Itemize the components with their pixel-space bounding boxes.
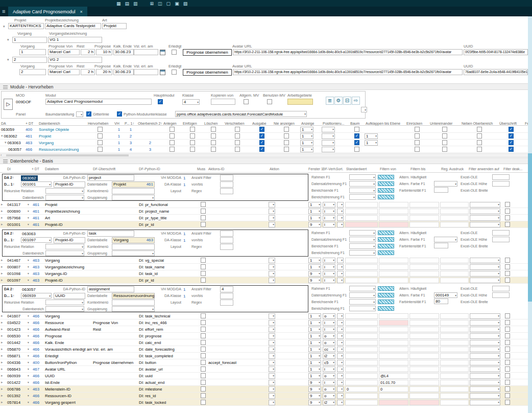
baum-checkbox[interactable]: ✓ [354, 133, 359, 139]
di-value[interactable]: 004336 [6, 359, 27, 366]
df-python-id-value[interactable]: DI: pr_functional [138, 201, 199, 208]
filter-deaktiviert-checkbox[interactable] [505, 386, 510, 392]
sort-dropdown[interactable]: ▾ [337, 347, 344, 352]
module-section-header[interactable]: Module - Hervorheben [0, 83, 532, 90]
di-value[interactable]: 000690 [6, 208, 27, 215]
filtern-von-cell[interactable] [379, 271, 408, 277]
muss-checkbox[interactable] [201, 360, 206, 365]
hervorheben-checkbox[interactable] [98, 140, 103, 145]
df-python-id-value[interactable]: DI: date_forecasting [138, 346, 199, 353]
prognose-field[interactable]: 20 h [96, 69, 112, 75]
loeschen-checkbox[interactable] [211, 127, 216, 132]
dt-value[interactable]: 466 [32, 326, 44, 333]
datenbereich-name[interactable]: Vorgang [38, 140, 87, 146]
vorgang-field[interactable]: 2 [19, 69, 46, 75]
format-color-swatch[interactable] [378, 306, 394, 311]
sort-dropdown[interactable]: ▾ [337, 327, 344, 332]
einruecken-checkbox[interactable] [415, 140, 420, 145]
chevron-down-icon[interactable]: ▾ [27, 208, 32, 215]
settings-gear-icon[interactable]: ⚙ [334, 97, 343, 105]
di-value[interactable]: 006530 [6, 333, 27, 339]
allgem-mv-checkbox[interactable] [244, 99, 249, 104]
da-number[interactable]: 063063 [22, 232, 36, 236]
anzeige-dropdown[interactable]: 1▾ [300, 127, 313, 132]
filtern-von-cell[interactable] [379, 215, 408, 221]
aktion-dropdown[interactable]: ▾ [269, 327, 275, 332]
bereichsende-f1-dropdown[interactable]: ▾ [349, 188, 376, 193]
reg-ausdruck-cell[interactable] [440, 271, 469, 277]
kalk-ende-field[interactable]: 30.06.23 [113, 69, 134, 75]
format-color-swatch[interactable] [378, 231, 394, 235]
loeschen-checkbox[interactable] [211, 133, 216, 139]
aktions-id-value[interactable] [207, 399, 269, 406]
datensatztrennung-f1-dropdown[interactable]: ▾ [349, 292, 376, 298]
aktion-dropdown[interactable]: ▾ [269, 215, 275, 221]
format-color-swatch[interactable] [378, 188, 394, 193]
filter-anwenden-dropdown[interactable]: ▾ [470, 340, 500, 346]
filter-deaktiviert-checkbox[interactable] [505, 360, 510, 365]
standardwert-cell[interactable] [345, 327, 378, 332]
aktions-id-value[interactable] [207, 326, 269, 333]
filter-deaktiviert-checkbox[interactable] [505, 400, 510, 405]
fenster-dropdown[interactable]: 1▾ [308, 327, 321, 332]
muss-checkbox[interactable] [201, 215, 206, 220]
sort-dropdown[interactable]: ▾ [337, 400, 344, 405]
verschieben-checkbox[interactable] [235, 133, 240, 139]
nie-anzeigen-checkbox[interactable] [284, 127, 289, 132]
muss-checkbox[interactable] [201, 373, 206, 378]
rekursive-relation-dropdown[interactable]: ▾ [45, 300, 84, 305]
filter-anwenden-dropdown[interactable]: ▾ [470, 222, 500, 227]
df-python-id-value[interactable]: DI: inc_res_466 [138, 319, 199, 326]
standardwert-cell[interactable] [345, 400, 378, 405]
reg-ausdruck-cell[interactable] [440, 366, 469, 372]
datenbereich-dropdown[interactable]: ▾ [45, 306, 84, 312]
di-value[interactable]: 001422 [6, 379, 27, 386]
gruppierung-dropdown[interactable]: ▾ [112, 250, 155, 256]
dt-value[interactable]: 463 [25, 140, 38, 146]
mod-value[interactable]: 009DOF [16, 100, 31, 104]
chevron-down-icon[interactable]: ▾ [27, 366, 32, 373]
datentabelle-field[interactable]: Vorgang463 [112, 237, 155, 243]
aktions-id-value[interactable] [207, 264, 269, 270]
di-number-dropdown[interactable]: 001001▾ [21, 181, 52, 187]
df-verh-dropdown[interactable]: i▾ [323, 209, 335, 214]
positionierung-dropdown[interactable]: ▾ [322, 133, 335, 139]
aktion-dropdown[interactable]: ▾ [269, 386, 275, 392]
di-value[interactable]: 001097 [6, 277, 27, 284]
di-value[interactable]: 034522 [6, 319, 27, 326]
nie-anzeigen-checkbox[interactable] [284, 140, 289, 145]
filter-anwenden-dropdown[interactable]: ▾ [470, 271, 500, 277]
dt-value[interactable]: 466 [32, 373, 44, 379]
muss-checkbox[interactable] [201, 393, 206, 398]
kontextmenu-field[interactable] [112, 188, 155, 194]
df-verh-dropdown[interactable]: o▾ [323, 373, 335, 379]
chevron-down-icon[interactable]: ▾ [7, 38, 9, 42]
dt-value[interactable]: 400 [32, 359, 44, 366]
basis-section-header[interactable]: Datenbereiche - Basis [0, 157, 532, 164]
aktions-id-value[interactable] [207, 319, 269, 326]
row-expander-icon[interactable]: ▸ [0, 277, 6, 284]
row-expander-icon[interactable]: ▸ [0, 221, 6, 228]
positionierung-dropdown[interactable]: ▾ [322, 140, 335, 146]
untereinander-checkbox[interactable] [442, 140, 447, 145]
gruppierung-dropdown[interactable]: ▾ [112, 306, 155, 312]
erledigt-checkbox[interactable] [172, 50, 177, 55]
arbeitsgebiete-field[interactable] [287, 99, 313, 105]
da-cell[interactable]: 063057 [0, 146, 25, 153]
einfuegen-checkbox[interactable] [190, 127, 195, 132]
dataitem-name[interactable]: Projekt-ID [44, 221, 92, 228]
filtern-von-cell[interactable] [379, 313, 408, 319]
standardwert-cell[interactable] [345, 366, 378, 372]
df-ueberschrift-value[interactable]: Prognose übernehmen [92, 359, 138, 366]
reg-ausdruck-cell[interactable] [440, 386, 469, 392]
vsl-erl-am-field[interactable] [134, 49, 158, 55]
bereichstrennung-f1-dropdown[interactable]: ▾ [349, 306, 376, 311]
ueberschrift-checkbox[interactable]: ✓ [509, 147, 514, 152]
anlegen-checkbox[interactable] [170, 127, 175, 132]
filter-anwenden-dropdown[interactable]: ▾ [470, 366, 500, 372]
df-ueberschrift-value[interactable] [92, 399, 138, 406]
anzahl-filter-field[interactable]: 4 [220, 286, 233, 292]
datentabelle-field[interactable]: Projekt461 [112, 181, 155, 188]
filtern-bis-cell[interactable] [409, 360, 439, 365]
bereichsende-f1-dropdown[interactable]: ▾ [349, 243, 376, 249]
